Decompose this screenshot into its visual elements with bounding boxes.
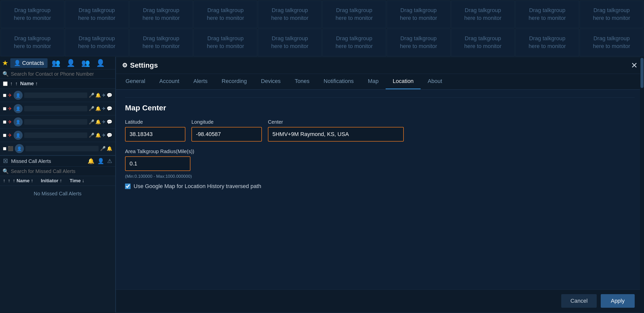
- contact-row-1[interactable]: ✈ 👤 🎤 🔔 ✈ 💬: [0, 89, 115, 102]
- longitude-input[interactable]: [191, 127, 262, 142]
- tab-about[interactable]: About: [421, 74, 449, 89]
- send-icon-2[interactable]: ✈: [102, 106, 106, 111]
- tab-notifications[interactable]: Notifications: [316, 74, 361, 89]
- drag-cell-1-5[interactable]: Drag talkgrouphere to monitor: [258, 1, 322, 28]
- drag-talkgroup-grid: Drag talkgrouphere to monitor Drag talkg…: [0, 0, 644, 57]
- drag-cell-2-7[interactable]: Drag talkgrouphere to monitor: [387, 29, 451, 56]
- drag-cell-2-6[interactable]: Drag talkgrouphere to monitor: [322, 29, 386, 56]
- tab-map[interactable]: Map: [361, 74, 386, 89]
- sort-up2-icon[interactable]: ↑: [15, 81, 18, 86]
- drag-cell-1-1[interactable]: Drag talkgrouphere to monitor: [1, 1, 64, 28]
- tab-tones[interactable]: Tones: [288, 74, 317, 89]
- mic-icon-3[interactable]: 🎤: [89, 119, 94, 125]
- chat-icon-3[interactable]: 💬: [107, 119, 112, 125]
- drag-cell-1-8[interactable]: Drag talkgrouphere to monitor: [451, 1, 515, 28]
- drag-cell-1-7[interactable]: Drag talkgrouphere to monitor: [387, 1, 451, 28]
- mca-alert-icon[interactable]: ⚠: [107, 158, 112, 164]
- bell-icon-5[interactable]: 🔔: [107, 146, 112, 151]
- mca-name-col[interactable]: ↑ Name ↑: [13, 178, 33, 184]
- contacts-list-header: ↑ ↑ Name ↑: [0, 79, 115, 89]
- tab-general[interactable]: General: [118, 74, 152, 89]
- tab-account[interactable]: Account: [152, 74, 186, 89]
- longitude-group: Longitude: [191, 119, 262, 142]
- bell-icon-2[interactable]: 🔔: [95, 106, 101, 111]
- settings-header: ⚙ Settings ✕: [116, 57, 644, 74]
- bell-icon-4[interactable]: 🔔: [95, 132, 101, 138]
- apply-button[interactable]: Apply: [601, 294, 635, 308]
- cancel-button[interactable]: Cancel: [561, 294, 596, 308]
- latitude-label: Latitude: [125, 119, 185, 125]
- drag-cell-2-1[interactable]: Drag talkgrouphere to monitor: [1, 29, 64, 56]
- section-title-map-center: Map Center: [125, 104, 635, 112]
- send-icon-4[interactable]: ✈: [102, 132, 106, 138]
- contact-row-3[interactable]: ✈ 👤 🎤 🔔 ✈ 💬: [0, 115, 115, 129]
- send-icon-1[interactable]: ✈: [102, 93, 106, 98]
- drag-cell-1-4[interactable]: Drag talkgrouphere to monitor: [193, 1, 257, 28]
- tab-recording[interactable]: Recording: [215, 74, 254, 89]
- contact-checkbox-5[interactable]: [3, 147, 6, 150]
- avatar-2: 👤: [14, 104, 23, 113]
- group-tab-4-icon[interactable]: 👤: [94, 58, 107, 68]
- group-tab-2-icon[interactable]: 👤: [64, 58, 77, 68]
- latitude-input[interactable]: [125, 127, 185, 142]
- mca-search-input[interactable]: [11, 168, 113, 174]
- send-icon-3[interactable]: ✈: [102, 119, 106, 125]
- contact-partial-icon-5: ⬛: [8, 146, 13, 151]
- search-input[interactable]: [11, 71, 113, 77]
- scrollbar-thumb[interactable]: [640, 58, 643, 88]
- name-sort-label[interactable]: Name ↑: [20, 81, 38, 86]
- contact-checkbox-2[interactable]: [3, 107, 6, 110]
- drag-cell-1-6[interactable]: Drag talkgrouphere to monitor: [322, 1, 386, 28]
- drag-cell-1-10[interactable]: Drag talkgrouphere to monitor: [580, 1, 643, 28]
- missed-call-toggle-icon[interactable]: ☒: [3, 158, 8, 164]
- google-map-checkbox[interactable]: [125, 184, 131, 189]
- drag-cell-2-9[interactable]: Drag talkgrouphere to monitor: [515, 29, 579, 56]
- mca-time-col[interactable]: Time ↓: [70, 178, 85, 184]
- drag-cell-1-2[interactable]: Drag talkgrouphere to monitor: [65, 1, 129, 28]
- contact-checkbox-4[interactable]: [3, 134, 6, 137]
- chat-icon-2[interactable]: 💬: [107, 106, 112, 111]
- center-input[interactable]: [268, 127, 404, 142]
- mic-icon-4[interactable]: 🎤: [89, 132, 94, 138]
- bell-icon-1[interactable]: 🔔: [95, 93, 101, 98]
- sort-up-icon[interactable]: ↑: [10, 81, 13, 86]
- tab-location[interactable]: Location: [386, 74, 421, 89]
- drag-cell-2-2[interactable]: Drag talkgrouphere to monitor: [65, 29, 129, 56]
- drag-cell-1-9[interactable]: Drag talkgrouphere to monitor: [515, 1, 579, 28]
- contact-row-5[interactable]: ⬛ 👤 🎤 🔔: [0, 142, 115, 155]
- chat-icon-1[interactable]: 💬: [107, 93, 112, 98]
- favorites-tab-icon[interactable]: ★: [2, 59, 8, 67]
- tab-alerts[interactable]: Alerts: [186, 74, 215, 89]
- mca-initiator-col[interactable]: Initiator ↑: [41, 178, 62, 184]
- drag-cell-2-10[interactable]: Drag talkgrouphere to monitor: [580, 29, 643, 56]
- settings-close-button[interactable]: ✕: [631, 61, 638, 70]
- drag-cell-1-3[interactable]: Drag talkgrouphere to monitor: [129, 1, 193, 28]
- contact-checkbox-3[interactable]: [3, 120, 6, 124]
- avatar-1: 👤: [14, 91, 23, 100]
- contact-name-3: [24, 119, 87, 125]
- mca-person-icon[interactable]: 👤: [97, 158, 104, 164]
- drag-cell-2-4[interactable]: Drag talkgrouphere to monitor: [193, 29, 257, 56]
- drag-cell-2-5[interactable]: Drag talkgrouphere to monitor: [258, 29, 322, 56]
- radius-input[interactable]: [125, 156, 190, 171]
- group-tab-3-icon[interactable]: 👥: [79, 58, 92, 68]
- select-all-checkbox[interactable]: [3, 81, 8, 86]
- mca-bell-icon[interactable]: 🔔: [88, 158, 94, 164]
- chat-icon-4[interactable]: 💬: [107, 132, 112, 138]
- mca-sort-up2[interactable]: ↑: [8, 178, 11, 184]
- contact-checkbox-1[interactable]: [3, 94, 6, 97]
- group-tab-1-icon[interactable]: 👥: [50, 58, 62, 68]
- contacts-tab-icon: 👤: [14, 60, 21, 66]
- mca-sort-up1[interactable]: ↑: [3, 178, 6, 184]
- drag-cell-2-3[interactable]: Drag talkgrouphere to monitor: [129, 29, 193, 56]
- tab-devices[interactable]: Devices: [254, 74, 288, 89]
- mic-icon-1[interactable]: 🎤: [89, 93, 94, 98]
- mic-icon-5[interactable]: 🎤: [100, 146, 106, 151]
- contact-row-2[interactable]: ✈ 👤 🎤 🔔 ✈ 💬: [0, 102, 115, 115]
- drag-cell-2-8[interactable]: Drag talkgrouphere to monitor: [451, 29, 515, 56]
- mca-empty-state: No Missed Call Alerts: [0, 186, 115, 202]
- contact-row-4[interactable]: ✈ 👤 🎤 🔔 ✈ 💬: [0, 129, 115, 142]
- contacts-tab[interactable]: 👤 Contacts: [10, 58, 48, 68]
- bell-icon-3[interactable]: 🔔: [95, 119, 101, 125]
- mic-icon-2[interactable]: 🎤: [89, 106, 94, 111]
